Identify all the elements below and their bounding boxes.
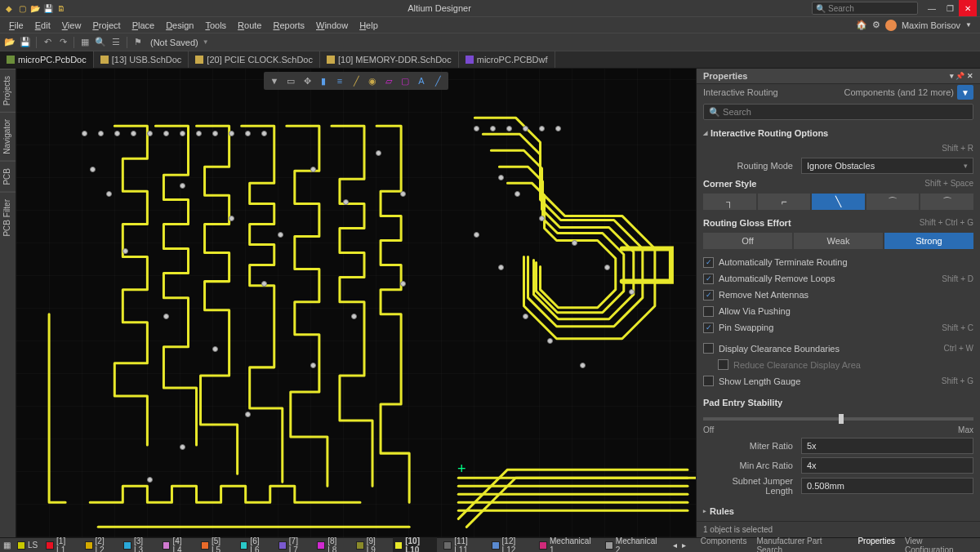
- panel-tab-properties[interactable]: Properties: [853, 536, 900, 553]
- layer-chip[interactable]: LS: [16, 541, 39, 550]
- min-arc-ratio-input[interactable]: 4x: [801, 457, 973, 474]
- menu-place[interactable]: Place: [127, 20, 161, 30]
- rules-section[interactable]: Rules: [697, 501, 980, 521]
- menu-help[interactable]: Help: [354, 20, 384, 30]
- checkbox[interactable]: ✓: [703, 257, 714, 268]
- grid-icon[interactable]: ▦: [78, 36, 91, 49]
- layer-chip[interactable]: [12] L12: [490, 536, 532, 553]
- menu-tools[interactable]: Tools: [199, 20, 232, 30]
- menu-route[interactable]: Route: [232, 20, 267, 30]
- filter-icon[interactable]: ▼: [267, 73, 282, 88]
- doc-tab[interactable]: [20] PCIE CLOCK.SchDoc: [189, 51, 320, 68]
- checkbox-row[interactable]: Display Clearance BoundariesCtrl + W: [697, 341, 980, 357]
- global-search[interactable]: 🔍 Search: [812, 2, 918, 15]
- route-icon[interactable]: ╱: [349, 73, 363, 88]
- doc-tab[interactable]: microPC.PcbDoc: [0, 51, 94, 68]
- align-icon[interactable]: ▮: [316, 73, 331, 88]
- redo-icon[interactable]: ↷: [56, 36, 69, 49]
- open-folder-icon[interactable]: 📂: [3, 36, 16, 49]
- pad-entry-slider[interactable]: [703, 417, 973, 421]
- menu-reports[interactable]: Reports: [267, 20, 310, 30]
- flag-icon[interactable]: ⚑: [131, 36, 145, 49]
- menu-project[interactable]: Project: [87, 20, 126, 30]
- layer-chip[interactable]: [8] L8: [315, 536, 349, 553]
- minimize-button[interactable]: —: [923, 0, 941, 16]
- layer-chip[interactable]: [1] L1: [44, 536, 78, 553]
- select-icon[interactable]: ▭: [283, 73, 298, 88]
- panel-tab-components[interactable]: Components: [696, 536, 752, 553]
- side-tab-pcb-filter[interactable]: PCB Filter: [0, 192, 16, 243]
- zoom-icon[interactable]: 🔍: [94, 36, 107, 49]
- side-tab-pcb[interactable]: PCB: [0, 161, 16, 192]
- panel-tab-manufacturer-part-search[interactable]: Manufacturer Part Search: [751, 536, 853, 553]
- routing-mode-dropdown[interactable]: Ignore Obstacles: [801, 158, 973, 174]
- checkbox[interactable]: [718, 359, 728, 370]
- keepout-icon[interactable]: ▢: [398, 73, 412, 88]
- line-tool-icon[interactable]: ╱: [430, 73, 445, 88]
- undo-icon[interactable]: ↶: [41, 36, 54, 49]
- gloss-weak-button[interactable]: Weak: [794, 233, 883, 249]
- menu-design[interactable]: Design: [160, 20, 199, 30]
- avatar[interactable]: [885, 20, 897, 31]
- open-icon[interactable]: 📂: [29, 2, 41, 14]
- corner-arc45-button[interactable]: ⌒: [866, 194, 920, 210]
- checkbox[interactable]: ✓: [703, 323, 714, 333]
- doc-tab[interactable]: microPC.PCBDwf: [459, 51, 555, 68]
- layer-set-icon[interactable]: ▦: [3, 541, 11, 550]
- menu-view[interactable]: View: [56, 20, 87, 30]
- new-file-icon[interactable]: ▢: [16, 2, 28, 14]
- layer-chip[interactable]: [3] L3: [122, 536, 155, 553]
- layer-nav-prev-icon[interactable]: ◂: [673, 541, 677, 550]
- checkbox-row[interactable]: ✓Automatically Remove LoopsShift + D: [697, 270, 980, 287]
- filter-button[interactable]: ▼: [957, 85, 973, 100]
- via-tool-icon[interactable]: ◉: [365, 73, 380, 88]
- checkbox[interactable]: [703, 306, 714, 317]
- close-button[interactable]: ✕: [959, 0, 977, 16]
- corner-arc90-button[interactable]: ⌒: [920, 194, 973, 210]
- gloss-off-button[interactable]: Off: [703, 233, 792, 249]
- checkbox[interactable]: ✓: [703, 274, 714, 284]
- pin-icon[interactable]: ▾ 📌 ✕: [950, 72, 973, 80]
- polygon-icon[interactable]: ▱: [381, 73, 396, 88]
- layer-chip[interactable]: Mechanical 2: [604, 536, 665, 553]
- interactive-routing-options-section[interactable]: Interactive Routing Options: [697, 123, 980, 143]
- properties-search[interactable]: 🔍 Search: [703, 104, 973, 120]
- pcb-canvas[interactable]: ▼ ▭ ✥ ▮ ≡ ╱ ◉ ▱ ▢ A ╱: [16, 69, 696, 537]
- layers-icon[interactable]: ☰: [109, 36, 122, 49]
- layer-chip[interactable]: [10] L10: [393, 536, 437, 553]
- save-icon[interactable]: 💾: [42, 2, 54, 14]
- checkbox-row[interactable]: Reduce Clearance Display Area: [697, 357, 980, 373]
- layer-chip[interactable]: [11] L11: [442, 536, 484, 553]
- checkbox-row[interactable]: Allow Via Pushing: [697, 303, 980, 319]
- layer-chip[interactable]: [6] L6: [238, 536, 272, 553]
- doc-tab[interactable]: [10] MEMORY-DDR.SchDoc: [320, 51, 459, 68]
- layer-chip[interactable]: Mechanical 1: [537, 536, 599, 553]
- checkbox[interactable]: [703, 376, 714, 386]
- text-tool-icon[interactable]: A: [414, 73, 429, 88]
- user-chevron-down-icon[interactable]: ▼: [965, 21, 972, 29]
- distribute-icon[interactable]: ≡: [332, 73, 347, 88]
- corner-90-button[interactable]: ┐: [703, 194, 756, 210]
- layer-chip[interactable]: [9] L9: [354, 536, 388, 553]
- side-tab-navigator[interactable]: Navigator: [0, 112, 16, 161]
- layer-chip[interactable]: [5] L5: [199, 536, 233, 553]
- layer-chip[interactable]: [4] L4: [161, 536, 194, 553]
- layer-chip[interactable]: [2] L2: [83, 536, 117, 553]
- user-name[interactable]: Maxim Borisov: [902, 20, 960, 30]
- panel-tab-view-configuration[interactable]: View Configuration: [900, 536, 977, 553]
- checkbox-row[interactable]: ✓Remove Net Antennas: [697, 287, 980, 303]
- menu-file[interactable]: File: [3, 20, 29, 30]
- home-icon[interactable]: 🏠: [856, 20, 867, 30]
- menu-window[interactable]: Window: [310, 20, 354, 30]
- layer-chip[interactable]: [7] L7: [277, 536, 310, 553]
- corner-45-button[interactable]: ⌐: [758, 194, 811, 210]
- gear-icon[interactable]: ⚙: [872, 20, 880, 30]
- move-icon[interactable]: ✥: [300, 73, 314, 88]
- side-tab-projects[interactable]: Projects: [0, 69, 16, 112]
- menu-edit[interactable]: Edit: [29, 20, 56, 30]
- save-tool-icon[interactable]: 💾: [19, 36, 32, 49]
- checkbox[interactable]: [703, 343, 714, 354]
- miter-ratio-input[interactable]: 5x: [801, 438, 973, 454]
- layer-nav-next-icon[interactable]: ▸: [682, 541, 686, 550]
- corner-any-angle-button[interactable]: ╲: [812, 194, 865, 210]
